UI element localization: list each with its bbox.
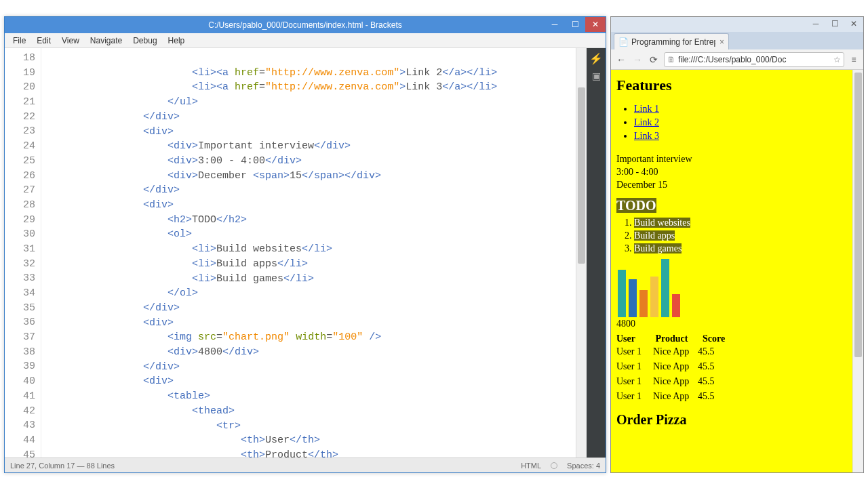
chart-bar — [629, 279, 637, 317]
chrome-close-button[interactable]: ✕ — [844, 17, 863, 30]
chrome-window: ─ ☐ ✕ 📄 Programming for Entrep × ← → ⟳ 🗎… — [610, 16, 864, 473]
chrome-toolbar: ← → ⟳ 🗎 file:///C:/Users/pablo_000/Doc ☆… — [611, 49, 863, 70]
brackets-title: C:/Users/pablo_000/Documents/index.html … — [5, 20, 606, 30]
close-button[interactable]: ✕ — [585, 17, 606, 32]
chrome-minimize-button[interactable]: ─ — [806, 17, 825, 30]
list-item: Link 2 — [634, 116, 847, 129]
chart-bar — [672, 294, 680, 317]
url-text: file:///C:/Users/pablo_000/Doc — [678, 55, 786, 64]
features-heading: Features — [616, 77, 847, 94]
brackets-sidebar: ⚡ ▣ — [587, 48, 606, 458]
page-icon: 🗎 — [667, 55, 675, 64]
info-title: Important interview — [616, 152, 847, 165]
menu-edit[interactable]: Edit — [31, 35, 56, 47]
reload-button[interactable]: ⟳ — [648, 54, 660, 65]
rendered-page: Features Link 1 Link 2 Link 3 Important … — [611, 70, 852, 472]
brackets-titlebar[interactable]: C:/Users/pablo_000/Documents/index.html … — [5, 17, 606, 33]
chart-bar — [618, 270, 626, 317]
chrome-tabbar: 📄 Programming for Entrep × — [611, 32, 863, 49]
todo-block: TODO Build websites Build apps Build gam… — [616, 195, 847, 255]
info-block: Important interview 3:00 - 4:00 December… — [616, 152, 847, 191]
browser-tab[interactable]: 📄 Programming for Entrep × — [614, 33, 729, 49]
link-2[interactable]: Link 2 — [634, 117, 659, 127]
status-lang[interactable]: HTML — [521, 462, 541, 470]
status-indicator-icon — [551, 462, 557, 469]
chart-value: 4800 — [616, 319, 847, 329]
address-bar[interactable]: 🗎 file:///C:/Users/pablo_000/Doc ☆ — [664, 52, 844, 67]
menu-debug[interactable]: Debug — [127, 35, 162, 47]
page-scrollbar[interactable] — [852, 70, 863, 472]
menu-file[interactable]: File — [7, 35, 31, 47]
todo-list: Build websites Build apps Build games — [634, 216, 847, 255]
chart-bar — [650, 277, 658, 317]
line-gutter: 1819202122232425262728293031323334353637… — [5, 48, 41, 458]
tab-title: Programming for Entrep — [631, 37, 715, 47]
bookmark-icon[interactable]: ☆ — [833, 55, 841, 64]
editor-body[interactable]: 1819202122232425262728293031323334353637… — [5, 48, 606, 458]
code-area[interactable]: <li><a href="http://www.zenva.com">Link … — [41, 48, 606, 458]
table-row: User 1Nice App45.5 — [616, 344, 847, 359]
list-item: Build apps — [634, 229, 847, 242]
todo-heading: TODO — [616, 198, 656, 213]
brackets-window: C:/Users/pablo_000/Documents/index.html … — [4, 16, 606, 473]
menu-view[interactable]: View — [56, 35, 85, 47]
status-cursor: Line 27, Column 17 — 88 Lines — [10, 462, 115, 470]
chart-bar — [639, 290, 648, 317]
chrome-maximize-button[interactable]: ☐ — [825, 17, 844, 30]
info-time: 3:00 - 4:00 — [616, 165, 847, 178]
links-list: Link 1 Link 2 Link 3 — [634, 102, 847, 143]
menu-navigate[interactable]: Navigate — [85, 35, 127, 47]
chart-image — [616, 259, 847, 317]
menubar: File Edit View Navigate Debug Help — [5, 33, 606, 48]
table-row: User 1Nice App45.5 — [616, 359, 847, 374]
list-item: Build games — [634, 242, 847, 255]
window-buttons: ─ ☐ ✕ — [545, 17, 606, 33]
back-button[interactable]: ← — [615, 54, 627, 65]
table-row: User 1Nice App45.5 — [616, 374, 847, 389]
list-item: Build websites — [634, 216, 847, 229]
scrollbar-thumb[interactable] — [854, 73, 862, 357]
scrollbar-thumb[interactable] — [578, 87, 585, 264]
table-row: User 1Nice App45.5 — [616, 389, 847, 404]
link-3[interactable]: Link 3 — [634, 131, 659, 141]
chart-bar — [661, 259, 669, 317]
chrome-menu-icon[interactable]: ≡ — [848, 55, 859, 64]
menu-help[interactable]: Help — [163, 35, 191, 47]
live-preview-icon[interactable]: ⚡ — [587, 48, 606, 65]
minimize-button[interactable]: ─ — [545, 17, 565, 32]
order-heading: Order Pizza — [616, 412, 847, 428]
table-header: User Product Score — [616, 333, 847, 344]
list-item: Link 1 — [634, 102, 847, 116]
page-viewport[interactable]: Features Link 1 Link 2 Link 3 Important … — [611, 70, 852, 472]
statusbar: Line 27, Column 17 — 88 Lines HTML Space… — [5, 458, 606, 472]
forward-button[interactable]: → — [631, 54, 644, 65]
info-date: December 15 — [616, 178, 847, 191]
list-item: Link 3 — [634, 129, 847, 143]
editor-scrollbar[interactable] — [576, 48, 587, 458]
extensions-icon[interactable]: ▣ — [587, 65, 606, 81]
tab-favicon-icon: 📄 — [618, 37, 629, 47]
maximize-button[interactable]: ☐ — [565, 17, 585, 32]
status-spaces[interactable]: Spaces: 4 — [567, 462, 600, 470]
chrome-frame-top[interactable]: ─ ☐ ✕ — [611, 17, 863, 32]
table: User Product Score User 1Nice App45.5Use… — [616, 333, 847, 404]
link-1[interactable]: Link 1 — [634, 104, 659, 114]
tab-close-icon[interactable]: × — [715, 37, 724, 47]
